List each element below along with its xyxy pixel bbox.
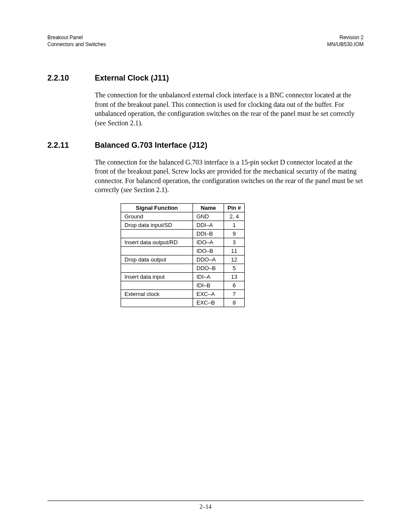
cell-func: Insert data input xyxy=(121,272,193,281)
cell-func: External clock xyxy=(121,289,193,298)
cell-name: IDI–A xyxy=(193,272,224,281)
cell-pin: 11 xyxy=(224,246,245,255)
header-left-line-2: Connectors and Switches xyxy=(47,41,106,47)
cell-func xyxy=(121,229,193,238)
section-title: External Clock (J11) xyxy=(95,74,169,83)
cell-name: DDO–A xyxy=(193,255,224,264)
col-header-name: Name xyxy=(193,203,224,212)
col-header-signal-function: Signal Function xyxy=(121,203,193,212)
cell-func: Drop data input/SD xyxy=(121,221,193,229)
section-title: Balanced G.703 Interface (J12) xyxy=(95,141,207,150)
page-footer: 2–14 xyxy=(47,501,364,510)
cell-func xyxy=(121,298,193,307)
section-number: 2.2.10 xyxy=(47,74,95,83)
section-number: 2.2.11 xyxy=(47,141,95,150)
cell-pin: 1 xyxy=(224,221,245,229)
table-row: IDO–B11 xyxy=(121,246,245,255)
cell-pin: 3 xyxy=(224,238,245,246)
cell-func: Ground xyxy=(121,212,193,221)
header-right-line-2: MN/UB530.IOM xyxy=(327,41,364,47)
table-row: EXC–B8 xyxy=(121,298,245,307)
table-row: Drop data input/SDDDI–A1 xyxy=(121,221,245,229)
cell-func xyxy=(121,246,193,255)
cell-func: Drop data output xyxy=(121,255,193,264)
cell-name: EXC–B xyxy=(193,298,224,307)
cell-pin: 9 xyxy=(224,229,245,238)
page-header: Breakout Panel Connectors and Switches R… xyxy=(47,34,364,48)
pin-assignment-table: Signal Function Name Pin # GroundGND2, 4… xyxy=(121,203,245,307)
cell-name: GND xyxy=(193,212,224,221)
page-number: 2–14 xyxy=(47,504,364,510)
cell-func: Insert data output/RD xyxy=(121,238,193,246)
header-left-line-1: Breakout Panel xyxy=(47,34,83,40)
cell-pin: 12 xyxy=(224,255,245,264)
cell-pin: 6 xyxy=(224,281,245,289)
header-left: Breakout Panel Connectors and Switches xyxy=(47,34,106,48)
section-2-2-10: 2.2.10 External Clock (J11) The connecti… xyxy=(47,74,364,128)
cell-pin: 13 xyxy=(224,272,245,281)
table-row: Drop data outputDDO–A12 xyxy=(121,255,245,264)
table-row: External clockEXC–A7 xyxy=(121,289,245,298)
cell-pin: 8 xyxy=(224,298,245,307)
table-row: Insert data output/RDIDO–A3 xyxy=(121,238,245,246)
cell-name: EXC–A xyxy=(193,289,224,298)
section-2-2-11: 2.2.11 Balanced G.703 Interface (J12) Th… xyxy=(47,141,364,307)
table-body: GroundGND2, 4 Drop data input/SDDDI–A1 D… xyxy=(121,212,245,307)
cell-name: IDI–B xyxy=(193,281,224,289)
table-row: GroundGND2, 4 xyxy=(121,212,245,221)
section-heading: 2.2.11 Balanced G.703 Interface (J12) xyxy=(47,141,364,150)
section-heading: 2.2.10 External Clock (J11) xyxy=(47,74,364,83)
header-right-line-1: Revision 2 xyxy=(339,34,364,40)
table-row: DDO–B5 xyxy=(121,264,245,272)
table-row: DDI–B9 xyxy=(121,229,245,238)
cell-pin: 5 xyxy=(224,264,245,272)
cell-pin: 7 xyxy=(224,289,245,298)
footer-rule xyxy=(47,501,364,501)
col-header-pin: Pin # xyxy=(224,203,245,212)
table-row: IDI–B6 xyxy=(121,281,245,289)
cell-name: DDI–B xyxy=(193,229,224,238)
cell-name: IDO–B xyxy=(193,246,224,255)
table-row: Insert data inputIDI–A13 xyxy=(121,272,245,281)
cell-name: DDO–B xyxy=(193,264,224,272)
cell-func xyxy=(121,264,193,272)
cell-pin: 2, 4 xyxy=(224,212,245,221)
cell-func xyxy=(121,281,193,289)
document-page: Breakout Panel Connectors and Switches R… xyxy=(0,0,411,532)
header-right: Revision 2 MN/UB530.IOM xyxy=(327,34,364,48)
table-header-row: Signal Function Name Pin # xyxy=(121,203,245,212)
cell-name: IDO–A xyxy=(193,238,224,246)
cell-name: DDI–A xyxy=(193,221,224,229)
section-paragraph: The connection for the balanced G.703 in… xyxy=(95,158,364,195)
section-paragraph: The connection for the unbalanced extern… xyxy=(95,90,364,128)
